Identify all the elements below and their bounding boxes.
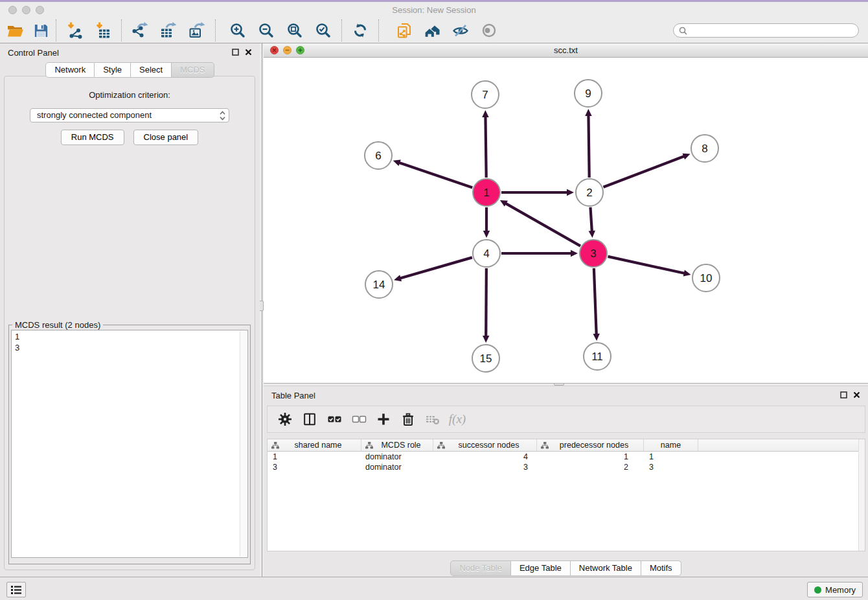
network-canvas[interactable]: 7968124314101511 [264,58,868,383]
graph-edge-3-10[interactable] [608,257,691,277]
zoom-in-button[interactable] [223,19,252,41]
column-settings-button[interactable] [274,410,296,429]
graph-node-6[interactable]: 6 [365,142,392,169]
automation-panel-button[interactable] [6,582,26,597]
import-network-button[interactable] [60,19,89,41]
graph-node-15[interactable]: 15 [472,345,499,372]
table-cell[interactable]: 1 [537,452,644,462]
memory-button[interactable]: Memory [807,582,863,597]
graph-edge-1-6[interactable] [393,159,473,187]
network-close-button[interactable] [270,46,279,54]
export-network-button[interactable] [126,19,154,41]
split-panel-button[interactable] [299,410,321,429]
column-header-name[interactable]: name [644,439,698,451]
search-input[interactable] [687,26,858,36]
table-panel-header: Table Panel [264,386,868,404]
graph-edge-2-8[interactable] [603,154,690,187]
close-window-button[interactable] [8,6,17,14]
result-scrollbar[interactable] [240,331,247,557]
table-row[interactable]: 3dominator323 [268,462,865,472]
graph-edge-3-11[interactable] [593,268,599,341]
graph-node-3[interactable]: 3 [580,240,607,267]
show-all-button[interactable] [475,19,503,41]
close-panel-button[interactable]: Close panel [133,130,199,145]
graph-edge-2-3[interactable] [589,207,595,238]
graph-edge-1-4[interactable] [483,207,490,238]
network-minimize-button[interactable] [283,46,291,54]
table-cell[interactable]: dominator [361,452,433,462]
criterion-dropdown[interactable]: strongly connected component [30,108,229,122]
network-maximize-button[interactable] [296,46,304,54]
import-table-button[interactable] [89,19,117,41]
table-cell[interactable]: 3 [268,462,361,472]
zoom-fit-button[interactable] [280,19,309,41]
column-header-successor-nodes[interactable]: successor nodes [433,439,537,451]
graph-edge-1-7[interactable] [482,110,488,178]
graph-edge-3-1[interactable] [500,200,580,246]
tab-style[interactable]: Style [95,62,131,78]
tab-node-table[interactable]: Node Table [450,560,511,576]
graph-edge-4-3[interactable] [501,250,578,257]
delete-column-button[interactable] [397,410,419,429]
minimize-window-button[interactable] [22,6,30,14]
close-panel-icon[interactable] [245,49,252,56]
zoom-window-button[interactable] [36,6,44,14]
tab-select[interactable]: Select [131,62,172,78]
select-all-columns-button[interactable] [323,410,345,429]
column-header-mcds-role[interactable]: MCDS role [361,439,433,451]
first-neighbors-button[interactable] [418,19,446,41]
graph-edge-1-2[interactable] [501,189,574,196]
float-panel-icon[interactable] [840,391,847,398]
graph-edge-4-15[interactable] [483,268,489,343]
table-cell[interactable]: 2 [537,462,644,472]
duplicate-network-button[interactable] [389,19,418,41]
graph-node-11[interactable]: 11 [584,343,611,370]
refresh-layout-button[interactable] [346,19,374,41]
graph-node-10[interactable]: 10 [692,264,720,292]
graph-node-2[interactable]: 2 [576,179,603,206]
tab-network[interactable]: Network [45,62,95,78]
graph-edge-2-9[interactable] [585,109,591,178]
table-cell[interactable]: 3 [644,462,698,472]
run-mcds-button[interactable]: Run MCDS [61,130,124,145]
table-cell[interactable]: dominator [361,462,433,472]
node-label: 2 [586,187,592,199]
hide-selected-button[interactable] [446,19,475,41]
delete-table-button[interactable] [422,410,444,429]
table-cell[interactable]: 4 [433,452,537,462]
table-cell[interactable]: 3 [433,462,537,472]
table-scrollbar[interactable] [858,439,865,551]
graph-node-8[interactable]: 8 [691,135,718,162]
close-panel-icon[interactable] [853,391,860,398]
graph-node-1[interactable]: 1 [473,179,500,206]
table-cell[interactable]: 1 [644,452,698,462]
export-table-button[interactable] [154,19,183,41]
graph-node-7[interactable]: 7 [472,81,499,108]
zoom-selected-button[interactable] [309,19,337,41]
float-panel-icon[interactable] [232,49,239,56]
graph-node-4[interactable]: 4 [473,240,500,267]
tab-mcds[interactable]: MCDS [172,62,214,78]
tab-network-table[interactable]: Network Table [571,560,641,576]
graph-node-9[interactable]: 9 [575,80,602,107]
add-column-button[interactable] [372,410,394,429]
table-row[interactable]: 1dominator411 [268,452,865,462]
zoom-out-button[interactable] [252,19,280,41]
function-builder-button[interactable]: f(x) [446,410,468,429]
graph-edge-4-14[interactable] [394,257,472,281]
column-header-shared-name[interactable]: shared name [268,439,361,451]
hierarchy-icon [271,442,279,449]
refresh-icon [352,22,369,39]
save-session-button[interactable] [30,19,52,41]
deselect-all-columns-button[interactable] [348,410,370,429]
tab-edge-table[interactable]: Edge Table [511,560,571,576]
mcds-result-box[interactable]: 1 3 [11,330,248,558]
table-cell[interactable]: 1 [268,452,361,462]
open-session-button[interactable] [4,19,26,41]
export-image-button[interactable] [183,19,211,41]
tab-motifs[interactable]: Motifs [641,560,681,576]
column-header-predecessor-nodes[interactable]: predecessor nodes [537,439,644,451]
memory-status-icon [814,586,821,594]
graph-node-14[interactable]: 14 [365,271,393,298]
column-label: shared name [279,441,361,450]
